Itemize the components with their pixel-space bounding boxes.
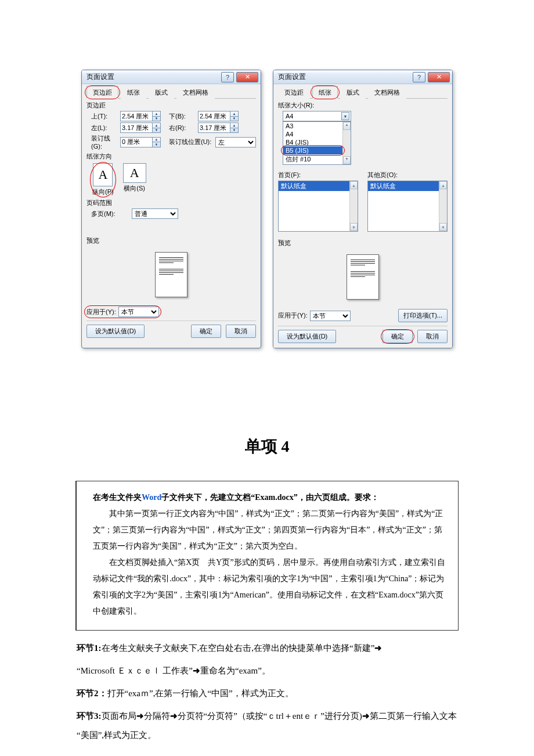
cancel-button[interactable]: 取消: [417, 330, 448, 343]
paper-size-combo[interactable]: A4 ▼: [283, 111, 351, 121]
portrait-icon: A: [93, 163, 113, 186]
multipage-select[interactable]: 普通: [132, 208, 178, 219]
apply-select[interactable]: 本节: [118, 307, 159, 317]
section-title: 单项 4: [75, 435, 459, 458]
step-1-cont: “Microsoft Ｅｘｃｅｌ 工作表”➜重命名为“exam”。: [77, 661, 457, 681]
tab-layout[interactable]: 版式: [149, 86, 174, 99]
right-input[interactable]: ▲▼: [198, 123, 239, 133]
paper-option[interactable]: A4: [283, 130, 342, 138]
orientation-landscape[interactable]: A 横向(S): [123, 163, 146, 196]
scrollbar[interactable]: ▲▼: [439, 181, 447, 231]
first-page-listbox[interactable]: 默认纸盒 ▲▼: [278, 181, 358, 232]
list-item[interactable]: 默认纸盒: [368, 181, 447, 191]
tab-layout[interactable]: 版式: [340, 86, 366, 99]
paper-option-selected[interactable]: B5 (JIS): [283, 146, 342, 154]
window-buttons: ? ✕: [221, 72, 258, 82]
cancel-button[interactable]: 取消: [226, 325, 256, 338]
help-icon[interactable]: ?: [221, 72, 234, 82]
default-button[interactable]: 设为默认值(D): [278, 330, 336, 343]
help-icon[interactable]: ?: [413, 72, 425, 82]
orientation-portrait[interactable]: A 纵向(P): [92, 163, 114, 196]
gutter-pos-select[interactable]: 左: [215, 137, 256, 147]
steps-text: 环节1:在考生文献夹子文献夹下,在空白处右击,在弹出的快捷菜单中选择“新建”➜ …: [75, 639, 459, 745]
step-1: 环节1:在考生文献夹子文献夹下,在空白处右击,在弹出的快捷菜单中选择“新建”➜: [77, 639, 457, 658]
dialog-title: 页面设置: [278, 72, 306, 82]
default-button[interactable]: 设为默认值(D): [86, 325, 145, 338]
other-page-listbox[interactable]: 默认纸盒 ▲▼: [367, 181, 448, 232]
paper-option[interactable]: 信封 #10: [283, 154, 342, 164]
page-setup-dialog-paper: 页面设置 ? ✕ 页边距 纸张 版式 文档网格 纸张大小(R): A4 ▼: [273, 70, 453, 348]
instruction-p2: 在文档页脚处插入“第X页 共Y页”形式的页码，居中显示。再使用自动索引方式，建立…: [93, 555, 448, 620]
window-buttons: ? ✕: [413, 72, 450, 82]
gutter-input[interactable]: ▲▼: [120, 137, 161, 147]
left-label: 左(L):: [91, 124, 118, 132]
titlebar: 页面设置 ? ✕: [82, 70, 261, 84]
preview-area: [86, 246, 256, 305]
step-3: 环节3:页面布局➜分隔符➜分页符“分页符”（或按“ｃtrl＋entｅｒ”进行分页…: [77, 707, 457, 745]
multipage-label: 多页(M):: [91, 210, 118, 218]
paper-size-value: A4: [286, 113, 293, 120]
scrollbar[interactable]: ▲▼: [349, 181, 358, 231]
landscape-label: 横向(S): [124, 184, 145, 193]
chevron-down-icon: ▼: [341, 112, 349, 120]
dialogs-row: 页面设置 ? ✕ 页边距 纸张 版式 文档网格 页边距 上(T): ▲▼: [75, 70, 459, 348]
landscape-icon: A: [123, 163, 146, 183]
paper-size-dropdown-list[interactable]: A3 A4 B4 (JIS) B5 (JIS) 信封 #10 ▲ ▼: [283, 121, 351, 165]
left-input[interactable]: ▲▼: [120, 123, 161, 133]
bottom-input[interactable]: ▲▼: [198, 111, 239, 121]
portrait-label: 纵向(P): [92, 188, 114, 196]
apply-select[interactable]: 本节: [310, 311, 351, 321]
paper-size-label: 纸张大小(R):: [278, 101, 448, 110]
close-icon[interactable]: ✕: [428, 72, 450, 82]
instruction-header: 在考生文件夹Word子文件夹下，先建立文档“Exam.docx”，由六页组成。要…: [93, 489, 448, 506]
tab-margins[interactable]: 页边距: [86, 86, 118, 99]
page-setup-dialog-margins: 页面设置 ? ✕ 页边距 纸张 版式 文档网格 页边距 上(T): ▲▼: [81, 70, 261, 348]
apply-label: 应用于(Y):: [278, 311, 308, 320]
close-icon[interactable]: ✕: [236, 72, 258, 82]
range-group-label: 页码范围: [86, 199, 256, 207]
tabstrip: 页边距 纸张 版式 文档网格: [86, 85, 256, 99]
preview-area: [278, 249, 448, 308]
instruction-p1: 其中第一页第一行正文内容为“中国”，样式为“正文”；第二页第一行内容为“美国”，…: [93, 506, 448, 555]
tabstrip: 页边距 纸张 版式 文档网格: [278, 85, 448, 99]
apply-label: 应用于(Y):: [86, 308, 116, 316]
ok-button[interactable]: 确定: [383, 330, 413, 343]
first-page-label: 首页(F):: [278, 171, 358, 179]
preview-page-icon: [155, 252, 187, 297]
instruction-box: 在考生文件夹Word子文件夹下，先建立文档“Exam.docx”，由六页组成。要…: [75, 481, 459, 631]
ok-button[interactable]: 确定: [191, 325, 221, 338]
bottom-label: 下(B):: [169, 112, 196, 121]
tab-paper[interactable]: 纸张: [121, 86, 146, 99]
gutter-pos-label: 装订线位置(U):: [169, 138, 213, 146]
orient-group-label: 纸张方向: [86, 152, 256, 161]
step-2: 环节2：打开“exaｍ”,在第一行输入“中国”，样式为正文。: [77, 684, 457, 703]
preview-page-icon: [347, 254, 379, 300]
dialog-title: 页面设置: [86, 72, 114, 82]
paper-option[interactable]: A3: [283, 122, 342, 130]
tab-margins[interactable]: 页边距: [278, 86, 310, 99]
preview-label: 预览: [86, 236, 256, 245]
titlebar: 页面设置 ? ✕: [273, 70, 452, 84]
top-label: 上(T):: [91, 112, 118, 121]
margins-group-label: 页边距: [86, 101, 256, 110]
right-label: 右(R):: [169, 124, 196, 132]
print-options-button[interactable]: 打印选项(T)...: [398, 309, 448, 322]
gutter-label: 装订线(G):: [91, 134, 118, 150]
tab-paper[interactable]: 纸张: [312, 86, 338, 99]
tab-docgrid[interactable]: 文档网格: [176, 86, 215, 99]
list-item[interactable]: 默认纸盒: [279, 181, 358, 191]
other-page-label: 其他页(O):: [367, 171, 448, 179]
preview-label: 预览: [278, 239, 448, 247]
top-input[interactable]: ▲▼: [120, 111, 161, 121]
paper-option[interactable]: B4 (JIS): [283, 138, 342, 146]
tab-docgrid[interactable]: 文档网格: [368, 86, 406, 99]
